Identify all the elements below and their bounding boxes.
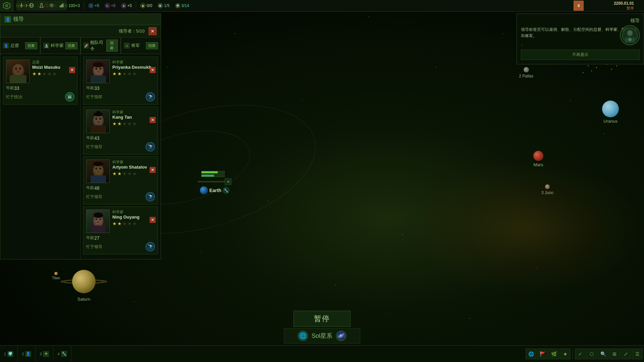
uranus-planet[interactable]: Uranus	[602, 101, 619, 124]
saturn-planet[interactable]: Saturn	[60, 266, 107, 302]
resource-alloy: ⬟ 1/5	[155, 3, 172, 8]
svg-rect-24	[91, 75, 106, 83]
tool-btn-gear[interactable]	[47, 1, 56, 10]
admiral-recruit-button[interactable]: 招募	[106, 40, 118, 52]
right-panel-title: 领导	[521, 18, 640, 24]
svg-rect-10	[60, 5, 61, 7]
governor-info-0: 总督 Msizi Masuku ★★ ★★★	[32, 60, 74, 83]
minimap-btn-list[interactable]: ☰	[632, 349, 643, 359]
scientist-portrait-1	[86, 110, 110, 133]
juno-planet[interactable]: 3 Juno	[541, 184, 553, 195]
pallas-planet[interactable]: 2 Pallas	[519, 67, 533, 78]
center-bottom: 暂停 🌐 Sol星系 🌌	[284, 311, 360, 344]
scientist-close-0[interactable]: ✕	[150, 67, 156, 73]
scientist-close-1[interactable]: ✕	[150, 117, 156, 123]
tool-btn-chart[interactable]	[57, 1, 66, 10]
svg-point-21	[95, 68, 97, 70]
svg-point-43	[96, 218, 97, 220]
svg-point-33	[96, 111, 100, 114]
minimap-btn-flag[interactable]: 🚩	[537, 349, 548, 359]
tool-btn-science[interactable]	[37, 1, 46, 10]
governor-type-0: 总督	[32, 60, 74, 65]
scientist-tab-icon: 🔬	[43, 43, 49, 49]
bottom-tab-1[interactable]: 2 👤	[18, 346, 36, 362]
titan-indicator[interactable]: Titan	[52, 272, 60, 280]
earth-indicator[interactable]: ✕ Earth 🔧	[198, 171, 231, 194]
empire-logo[interactable]	[0, 0, 13, 12]
bottom-tab-3[interactable]: 4 🔧	[53, 346, 71, 362]
minimap-btn-shield[interactable]: ⬡	[586, 349, 597, 359]
mars-planet[interactable]: Mars	[533, 151, 543, 167]
system-name: Sol星系	[312, 332, 332, 340]
governor-column: 总督 Msizi Masuku ★★ ★★★ 年龄 33 忙于统治 🏛	[0, 54, 80, 259]
titan-label-text: Titan	[52, 276, 60, 280]
svg-point-1	[5, 4, 8, 7]
governor-status-0: 忙于统治	[6, 94, 22, 100]
resource-science: ⚛ +5	[86, 3, 102, 8]
minimap-btn-map[interactable]: ⊞	[609, 349, 620, 359]
general-recruit-button[interactable]: 招募	[146, 42, 158, 49]
svg-point-17	[16, 71, 20, 73]
earth-name-label: Earth	[209, 188, 221, 193]
scientist-close-3[interactable]: ✕	[150, 217, 156, 223]
minimap-btn-globe[interactable]: 🌐	[526, 349, 536, 359]
minimap-btn-search[interactable]: 🔍	[598, 349, 608, 359]
earth-action-icon[interactable]: 🔧	[223, 187, 229, 194]
scientist-card-2: 科学家 Artyom Shatalov ★★ ★★★ 年龄 48 忙于领导	[83, 157, 158, 204]
scientist-card-1: 科学家 Kang Tan ★★ ★★★ 年龄 43 忙于领导 🔭	[83, 107, 158, 155]
governor-close-0[interactable]: ✕	[69, 67, 75, 73]
bottom-tab-2[interactable]: 3 ❄	[36, 346, 53, 362]
svg-point-45	[97, 222, 100, 223]
top-hud: ⚡ 50+9 ⬡ 200+11 🌿 100+3 ⚛ +5 ☯ +5 ◈ +5 ◆…	[0, 0, 644, 12]
scientist-status-row-2: 忙于领导 🔭	[86, 192, 155, 201]
tab-scientist[interactable]: 🔬 科学家 招募	[41, 38, 81, 54]
leader-panel: 👤 领导 领导者：5/10 ✕ 👤 总督 招募 🔬 科学家 招募	[0, 13, 161, 259]
scientist-status-icon-1: 🔭	[146, 142, 155, 152]
svg-point-14	[13, 64, 23, 75]
tab-general[interactable]: ⚔ 将军 招募	[121, 38, 161, 54]
scientist-close-2[interactable]: ✕	[150, 167, 156, 173]
minimap-btn-check[interactable]: ✓	[575, 349, 586, 359]
scientist-tab-label: 科学家	[51, 43, 64, 49]
governor-recruit-button[interactable]: 招募	[25, 42, 37, 49]
system-globe-icon[interactable]: 🌐	[298, 330, 308, 341]
leader-tabs: 👤 总督 招募 🔬 科学家 招募 🚀 舰队司令 招募 ⚔ 将军	[0, 38, 161, 54]
system-label: 🌐 Sol星系 🌌	[284, 328, 360, 344]
tab-admiral[interactable]: 🚀 舰队司令 招募	[81, 38, 121, 54]
minimap-btn-tree[interactable]: 🌿	[548, 349, 559, 359]
minimap-btn-star[interactable]: ★	[560, 349, 571, 359]
resource-influence-rate: ◈ +5	[118, 3, 135, 8]
scientist-portrait-3	[86, 209, 110, 233]
svg-point-15	[15, 67, 17, 70]
close-leader-panel-button[interactable]: ✕	[149, 27, 157, 35]
pallas-label: 2 Pallas	[519, 74, 533, 78]
tab-governor[interactable]: 👤 总督 招募	[0, 38, 41, 54]
system-galaxy-icon[interactable]: 🌌	[336, 330, 346, 341]
scientist-stars-1: ★★ ★★★	[112, 121, 155, 126]
bottom-tab-icon-0: 🌍	[7, 351, 13, 357]
scientist-portrait-0	[86, 60, 110, 83]
scientist-status-0: 忙于指挥	[86, 94, 102, 100]
bottom-tab-0[interactable]: 1 🌍	[0, 346, 18, 362]
scientist-stars-3: ★★ ★★★	[112, 221, 155, 226]
svg-rect-18	[10, 75, 26, 83]
svg-rect-31	[91, 125, 106, 133]
svg-point-50	[628, 30, 632, 36]
scientist-type-0: 科学家	[112, 60, 155, 65]
scientist-card-3: 科学家 Ning Ouyang ★★ ★★★ 年龄 27 忙于领导 🔭	[83, 206, 158, 254]
no-show-button[interactable]: 不再显示	[521, 50, 640, 60]
scientist-recruit-button[interactable]: 招募	[65, 42, 77, 49]
svg-rect-12	[62, 3, 63, 7]
scientist-status-1: 忙于领导	[86, 144, 102, 150]
scientist-name-3: Ning Ouyang	[112, 215, 155, 220]
pause-button[interactable]: ⏸	[574, 1, 584, 11]
scientist-status-icon-3: 🔭	[146, 242, 155, 251]
general-tab-icon: ⚔	[124, 43, 130, 49]
bottom-bar: 1 🌍 2 👤 3 ❄ 4 🔧 🌐 🚩 🌿 ★ ✓ ⬡ 🔍 ⊞ ⤢ ☰	[0, 345, 644, 362]
governor-age-0: 33	[14, 85, 19, 91]
minimap-btn-expand[interactable]: ⤢	[621, 349, 631, 359]
scientist-age-0: 33	[94, 85, 100, 91]
general-tab-label: 将军	[131, 43, 140, 49]
tool-btn-globe[interactable]	[27, 1, 36, 10]
tool-btn-sword[interactable]	[17, 1, 26, 10]
